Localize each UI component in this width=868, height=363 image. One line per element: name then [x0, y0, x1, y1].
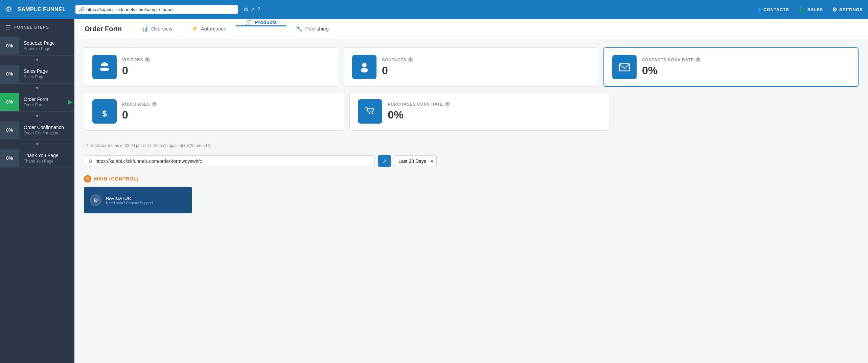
tab-automation[interactable]: ⚡ Automation	[182, 19, 236, 39]
top-nav: ⚙ SAMPLE FUNNEL 🔗 ⧉ ↗ ? 👥 CONTACTS 💲 SAL…	[0, 0, 868, 19]
hamburger-icon[interactable]: ☰	[5, 24, 11, 31]
contacts-help-icon[interactable]: ?	[408, 57, 413, 62]
preview-card-title: NAVIGATOR	[106, 196, 153, 201]
purchases-conv-rate-help-icon[interactable]: ?	[445, 102, 450, 107]
sidebar-item-sales-page[interactable]: 0% Sales Page Sales Page	[0, 64, 74, 84]
nav-contacts[interactable]: 👥 CONTACTS	[754, 6, 789, 13]
svg-point-2	[102, 62, 106, 66]
stats-footer: ⏱ Stats current as of 03:00 pm UTC. Refr…	[74, 142, 868, 152]
contacts-info: CONTACTS ? 0	[382, 57, 413, 77]
main-layout: ☰ FUNNEL STEPS 0% Squeeze Page Squeeze P…	[0, 19, 868, 363]
order-form-percentage: 0%	[0, 93, 19, 111]
contacts-conv-rate-label: CONTACTS CONV RATE ?	[642, 57, 701, 62]
stat-contacts-conv-rate: CONTACTS CONV RATE ? 0%	[603, 47, 859, 87]
svg-point-7	[361, 68, 368, 72]
sales-page-name: Sales Page	[24, 68, 70, 74]
contacts-label: CONTACTS ?	[382, 57, 413, 62]
tabs-bar: Order Form 📊 Overview ⚡ Automation 🛒 Pro…	[74, 19, 868, 39]
sidebar-item-order-confirmation[interactable]: 0% Order Confirmation Order Confirmation	[0, 121, 74, 140]
nav-contacts-label: CONTACTS	[763, 7, 789, 12]
cart-svg-icon	[364, 105, 376, 118]
visitors-label: VISITORS ?	[122, 57, 150, 62]
sidebar-item-order-form[interactable]: 0% Order Form Order Form ▶	[0, 92, 74, 112]
page-title: Order Form	[74, 19, 132, 39]
svg-point-11	[372, 113, 373, 114]
contacts-icon: 👥	[754, 6, 761, 13]
nav-sales[interactable]: 💲 SALES	[798, 6, 823, 13]
order-form-info: Order Form Order Form	[19, 92, 68, 111]
sidebar-down-arrow-3: ▼	[0, 112, 74, 121]
date-range-select[interactable]: Last 30 Days Last 7 Days Last 90 Days	[394, 155, 437, 167]
stat-purchases: $ PURCHASES ? 0	[84, 92, 344, 131]
sidebar: ☰ FUNNEL STEPS 0% Squeeze Page Squeeze P…	[0, 19, 74, 363]
squeeze-page-sub: Squeeze Page	[24, 46, 70, 51]
tab-automation-label: Automation	[201, 26, 227, 31]
contacts-conv-rate-help-icon[interactable]: ?	[695, 57, 701, 62]
stat-visitors: VISITORS ? 0	[84, 47, 338, 87]
thank-you-page-name: Thank You Page	[24, 153, 70, 158]
app-gear-icon[interactable]: ⚙	[5, 5, 12, 14]
thank-you-page-info: Thank You Page Thank You Page	[19, 149, 74, 168]
dollar-svg-icon: $	[98, 105, 111, 118]
visitors-value: 0	[122, 64, 150, 77]
purchases-icon-box: $	[92, 99, 117, 124]
copy-button[interactable]: ⧉	[244, 6, 248, 13]
order-form-sub: Order Form	[24, 103, 63, 107]
url-gear-icon[interactable]: ⚙	[88, 158, 93, 164]
products-icon: 🛒	[245, 19, 252, 25]
help-button[interactable]: ?	[257, 6, 260, 13]
stats-filler	[615, 92, 859, 131]
purchases-help-icon[interactable]: ?	[152, 102, 157, 107]
sidebar-down-arrow-4: ▼	[0, 140, 74, 149]
svg-point-5	[101, 67, 107, 71]
svg-text:$: $	[102, 109, 107, 118]
sidebar-down-arrow-2: ▼	[0, 84, 74, 92]
order-confirmation-info: Order Confirmation Order Confirmation	[19, 121, 74, 140]
svg-point-10	[369, 113, 370, 114]
url-input[interactable]	[87, 7, 234, 12]
automation-icon: ⚡	[191, 25, 198, 32]
url-row: ⚙ ↗ Last 30 Days Last 7 Days Last 90 Day…	[74, 152, 868, 172]
section-label: MAIN (CONTROL)	[94, 176, 139, 182]
contacts-conv-rate-info: CONTACTS CONV RATE ? 0%	[642, 57, 701, 77]
tab-publishing-label: Publishing	[305, 26, 328, 31]
contacts-conv-rate-value: 0%	[642, 64, 701, 77]
sidebar-item-thank-you-page[interactable]: 0% Thank You Page Thank You Page	[0, 149, 74, 168]
url-external-button[interactable]: ↗	[378, 155, 391, 167]
tab-publishing[interactable]: 🔧 Publishing	[286, 19, 338, 39]
sidebar-item-squeeze-page[interactable]: 0% Squeeze Page Squeeze Page	[0, 36, 74, 56]
publishing-icon: 🔧	[296, 25, 302, 32]
sales-page-percentage: 0%	[0, 65, 19, 83]
sidebar-header: ☰ FUNNEL STEPS	[0, 19, 74, 36]
url-actions: ⧉ ↗ ?	[244, 6, 260, 13]
contacts-value: 0	[382, 64, 413, 77]
purchases-value: 0	[122, 109, 157, 121]
thank-you-page-sub: Thank You Page	[24, 159, 70, 164]
content-area: Order Form 📊 Overview ⚡ Automation 🛒 Pro…	[74, 19, 868, 363]
sales-page-sub: Sales Page	[24, 74, 70, 79]
sidebar-title: FUNNEL STEPS	[14, 25, 49, 30]
stat-purchases-conv-rate: PURCHASES CONV RATE ? 0%	[349, 92, 610, 131]
section-header: C MAIN (CONTROL)	[74, 172, 868, 187]
tab-overview[interactable]: 📊 Overview	[132, 19, 182, 39]
sales-icon: 💲	[798, 6, 805, 13]
preview-card: ⚙ NAVIGATOR Need help? Contact Support	[84, 187, 192, 214]
purchases-conv-rate-icon-box	[358, 99, 382, 124]
visitors-help-icon[interactable]: ?	[145, 57, 150, 62]
preview-card-sub: Need help? Contact Support	[106, 201, 153, 205]
order-confirmation-sub: Order Confirmation	[24, 131, 70, 135]
nav-settings[interactable]: ⚙ SETTINGS	[832, 6, 863, 13]
stats-section: VISITORS ? 0	[74, 39, 868, 142]
order-form-name: Order Form	[24, 97, 63, 102]
tab-products[interactable]: 🛒 Products	[236, 19, 286, 26]
visitors-svg-icon	[98, 61, 111, 73]
open-external-button[interactable]: ↗	[250, 6, 255, 13]
tabs: 📊 Overview ⚡ Automation 🛒 Products ↙	[132, 19, 868, 39]
tab-products-label: Products	[255, 19, 277, 25]
stats-row-2: $ PURCHASES ? 0	[84, 92, 859, 131]
tab-overview-label: Overview	[151, 26, 173, 31]
purchases-conv-rate-value: 0%	[388, 109, 450, 121]
funnel-url-input[interactable]	[95, 158, 370, 164]
date-select-wrap: Last 30 Days Last 7 Days Last 90 Days	[394, 155, 437, 167]
stats-row-1: VISITORS ? 0	[84, 47, 859, 87]
